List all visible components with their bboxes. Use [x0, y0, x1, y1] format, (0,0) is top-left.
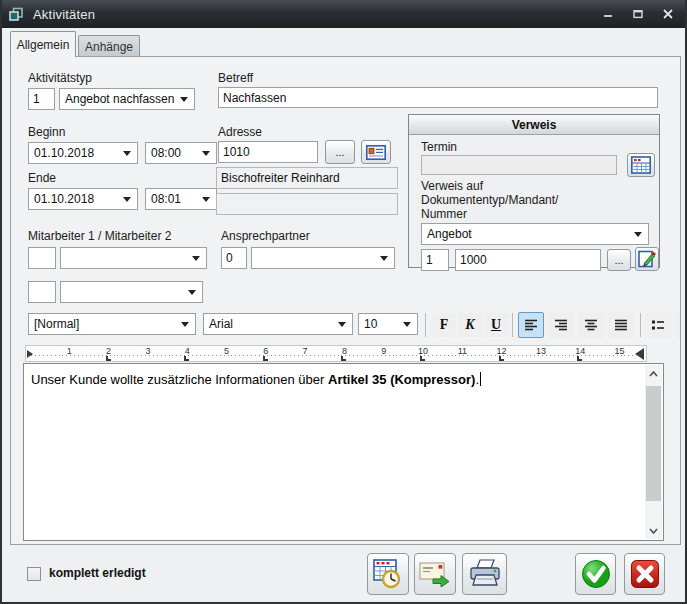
mitarbeiter2-code-input[interactable] — [28, 281, 56, 303]
font-family-select[interactable]: Arial — [203, 313, 353, 335]
mandant-input[interactable] — [421, 249, 449, 271]
ruler-tabstop[interactable] — [499, 356, 504, 361]
toolbar-separator — [512, 313, 513, 337]
ruler-number: 4 — [185, 346, 190, 356]
align-left-button[interactable] — [518, 312, 544, 338]
tab-allgemein[interactable]: Allgemein — [10, 31, 76, 57]
activities-window: Aktivitäten Allgemein Anhänge Aktivitäts… — [0, 0, 687, 604]
cancel-button[interactable] — [624, 553, 665, 595]
window-title: Aktivitäten — [33, 7, 95, 22]
bold-button[interactable]: F — [432, 313, 456, 337]
ansprechpartner-select[interactable] — [251, 247, 395, 269]
ruler-number: 14 — [575, 346, 585, 356]
aktivitaetstyp-select[interactable]: Angebot nachfassen — [59, 88, 195, 110]
ende-label: Ende — [28, 171, 56, 185]
scroll-up-button[interactable] — [645, 365, 662, 382]
maximize-button[interactable] — [627, 5, 649, 23]
mitarbeiter1-code-input[interactable] — [28, 247, 56, 269]
verweis-auf-label-line2: Dokumententyp/Mandant/ — [421, 193, 558, 207]
mitarbeiter-label: Mitarbeiter 1 / Mitarbeiter 2 — [28, 229, 171, 243]
minimize-button[interactable] — [597, 5, 619, 23]
adresse-input[interactable] — [218, 141, 318, 163]
ruler-tabstop[interactable] — [577, 356, 582, 361]
scrollbar-thumb[interactable] — [646, 386, 661, 501]
scroll-down-button[interactable] — [645, 522, 662, 539]
ok-button[interactable] — [575, 553, 616, 595]
titlebar[interactable]: Aktivitäten — [0, 0, 687, 28]
ruler-right-margin-marker[interactable] — [635, 348, 644, 360]
paragraph-style-select[interactable]: [Normal] — [28, 313, 196, 335]
ruler-tabstop[interactable] — [263, 356, 268, 361]
align-left-icon — [524, 319, 538, 331]
ende-time-select[interactable]: 08:01 — [145, 188, 217, 210]
toolbar-separator — [640, 313, 641, 337]
adresse-browse-button[interactable]: ... — [325, 140, 355, 164]
dokumententyp-select[interactable]: Angebot — [421, 223, 649, 245]
ruler[interactable]: 123456789101112131415 — [25, 345, 647, 362]
align-center-icon — [584, 319, 598, 331]
ruler-tabstop[interactable] — [420, 356, 425, 361]
ruler-number: 7 — [303, 346, 308, 356]
align-justify-button[interactable] — [608, 312, 634, 338]
beginn-time-select[interactable]: 08:00 — [145, 142, 217, 164]
x-icon — [629, 558, 661, 590]
close-button[interactable] — [657, 5, 679, 23]
align-center-button[interactable] — [578, 312, 604, 338]
ruler-tabstop[interactable] — [106, 356, 111, 361]
toolbar-separator — [425, 313, 426, 337]
ruler-number: 2 — [106, 346, 111, 356]
ansprechpartner-label: Ansprechpartner — [221, 229, 310, 243]
ruler-tabstop[interactable] — [341, 356, 346, 361]
align-right-icon — [554, 319, 568, 331]
align-right-button[interactable] — [548, 312, 574, 338]
editor-content[interactable]: Unser Kunde wollte zusätzliche Informati… — [31, 371, 639, 388]
chevron-down-icon — [202, 197, 210, 202]
verweis-browse-button[interactable]: ... — [607, 249, 631, 271]
bullet-list-icon — [651, 319, 665, 331]
underline-button[interactable]: U — [484, 313, 508, 337]
adresse-contact-button[interactable] — [361, 140, 391, 164]
schedule-button[interactable] — [367, 553, 409, 595]
mitarbeiter2-select[interactable] — [60, 281, 203, 303]
tab-anhaenge[interactable]: Anhänge — [78, 35, 140, 57]
ruler-number: 13 — [536, 346, 546, 356]
ruler-number: 6 — [263, 346, 268, 356]
termin-calendar-button[interactable] — [627, 153, 655, 177]
editor-scrollbar[interactable] — [645, 365, 662, 539]
nummer-input[interactable] — [455, 249, 601, 271]
verweis-edit-button[interactable] — [635, 247, 659, 271]
send-mail-button[interactable] — [414, 553, 456, 595]
ruler-left-margin-marker[interactable] — [27, 350, 33, 358]
chevron-down-icon — [188, 290, 196, 295]
numbered-list-button[interactable]: 12 — [675, 312, 681, 338]
termin-label: Termin — [421, 140, 457, 154]
beginn-date-select[interactable]: 01.10.2018 — [28, 142, 138, 164]
align-justify-icon — [614, 319, 628, 331]
allgemein-panel: Aktivitätstyp Angebot nachfassen Betreff… — [10, 56, 681, 545]
chevron-down-icon — [202, 151, 210, 156]
komplett-erledigt-label: komplett erledigt — [49, 566, 146, 580]
betreff-label: Betreff — [218, 71, 253, 85]
bullet-list-button[interactable] — [645, 312, 671, 338]
betreff-input[interactable] — [218, 87, 658, 108]
ruler-tabstop[interactable] — [184, 356, 189, 361]
komplett-erledigt-checkbox[interactable] — [27, 567, 41, 581]
adresse-name-field — [216, 167, 398, 189]
chevron-down-icon — [338, 322, 346, 327]
verweis-auf-label-line3: Nummer — [421, 207, 467, 221]
ruler-number: 15 — [614, 346, 624, 356]
check-icon — [580, 558, 612, 590]
mitarbeiter1-select[interactable] — [60, 247, 207, 269]
italic-button[interactable]: K — [458, 313, 482, 337]
chevron-down-icon — [403, 322, 411, 327]
chevron-down-icon — [123, 151, 131, 156]
printer-icon — [468, 559, 502, 589]
aktivitaetstyp-code-input[interactable] — [28, 88, 55, 110]
ruler-number: 3 — [145, 346, 150, 356]
ansprechpartner-code-input[interactable] — [221, 247, 247, 269]
chevron-down-icon — [123, 197, 131, 202]
font-size-select[interactable]: 10 — [358, 313, 418, 335]
print-button[interactable] — [462, 553, 507, 595]
ende-date-select[interactable]: 01.10.2018 — [28, 188, 138, 210]
notes-editor[interactable]: Unser Kunde wollte zusätzliche Informati… — [23, 363, 664, 541]
